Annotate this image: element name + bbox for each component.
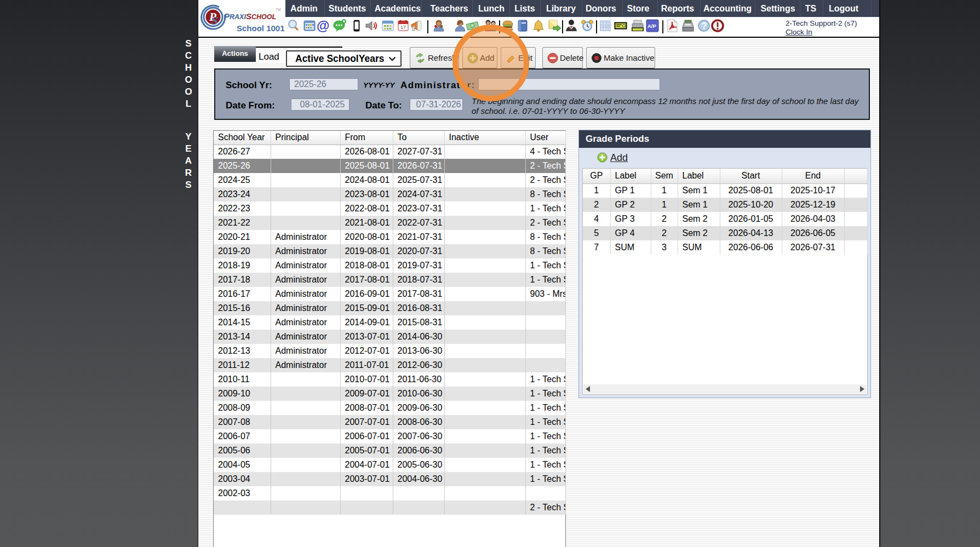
svg-text:?: ? — [702, 21, 707, 31]
svg-text:School 1001: School 1001 — [237, 24, 285, 33]
svg-text:S: S — [211, 14, 218, 27]
svg-text:@: @ — [317, 19, 329, 32]
svg-text:A/P: A/P — [647, 23, 657, 29]
svg-text:17: 17 — [400, 25, 406, 30]
svg-text:PRAXISCHOOL: PRAXISCHOOL — [224, 11, 276, 21]
svg-text:TM: TM — [276, 8, 280, 11]
